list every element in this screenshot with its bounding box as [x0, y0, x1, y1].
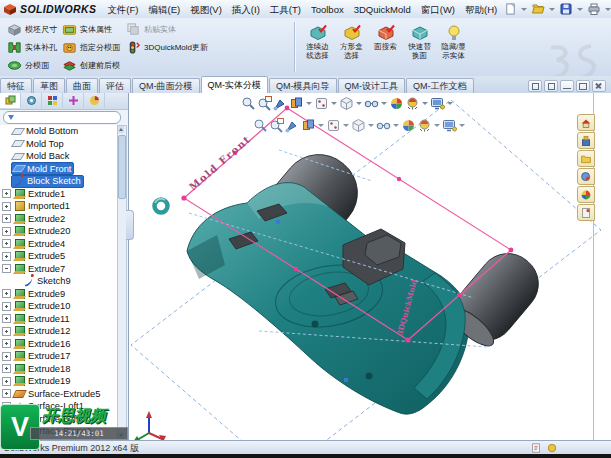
property-manager-tab[interactable]: [21, 93, 42, 108]
tree-item-mold-front[interactable]: Mold Front: [0, 163, 119, 176]
expand-icon[interactable]: [2, 239, 11, 248]
solid-properties-button[interactable]: 实体属性: [59, 20, 123, 38]
expand-icon[interactable]: [2, 389, 11, 398]
tree-item-surface-extrude5[interactable]: Surface-Extrude5: [0, 388, 119, 401]
file-explorer-button[interactable]: [577, 150, 595, 167]
menu-toolbox[interactable]: Toolbox: [306, 1, 349, 18]
scene-caret-icon[interactable]: [434, 124, 440, 127]
search-palette-button[interactable]: [577, 168, 595, 185]
tab-surfaces[interactable]: 曲面: [66, 78, 98, 93]
camera-icon[interactable]: [442, 118, 457, 133]
save-icon[interactable]: [559, 2, 573, 16]
tab-qm-work-documents[interactable]: QM-工作文档: [406, 78, 474, 93]
pages-caret-icon[interactable]: [318, 124, 324, 127]
scene-icon[interactable]: [417, 118, 432, 133]
scroll-up-icon[interactable]: [118, 126, 124, 133]
expand-icon[interactable]: [2, 202, 11, 211]
tree-item-mold-back[interactable]: Mold Back: [0, 150, 119, 163]
print-icon[interactable]: [587, 2, 601, 16]
scene-caret-icon[interactable]: [422, 102, 428, 105]
open-caret-icon[interactable]: [549, 8, 555, 11]
panel-splitter-grip[interactable]: [126, 210, 134, 240]
view-orientation-caret-icon[interactable]: [331, 102, 337, 105]
new-document-icon[interactable]: [504, 2, 517, 16]
camera-caret-icon[interactable]: [459, 124, 465, 127]
tree-item-extrude11[interactable]: Extrude11: [0, 313, 119, 326]
spyglass-icon[interactable]: [273, 96, 288, 111]
scene-icon[interactable]: [405, 96, 420, 111]
display-style-icon[interactable]: [351, 118, 366, 133]
zoom-fit-icon[interactable]: [241, 96, 256, 111]
tree-item-extrude18[interactable]: Extrude18: [0, 363, 119, 376]
status-tag-icon[interactable]: [547, 443, 557, 453]
tab-qm-solid-split[interactable]: QM-实体分模: [201, 76, 269, 93]
tree-item-mold-top[interactable]: Mold Top: [0, 138, 119, 151]
tab-qm-design-tools[interactable]: QM-设计工具: [338, 78, 406, 93]
tree-item-extrude19[interactable]: Extrude19: [0, 375, 119, 388]
menu-3dquickmold[interactable]: 3DQuickMold: [349, 1, 416, 18]
print-caret-icon[interactable]: [605, 8, 611, 11]
face-search-button[interactable]: 面搜索: [369, 21, 402, 75]
tree-item-mold-bottom[interactable]: Mold Bottom: [0, 125, 119, 138]
expand-icon[interactable]: [2, 252, 11, 261]
solid-fill-hole-button[interactable]: 实体补孔: [4, 38, 59, 56]
sketch-vertex-point[interactable]: [344, 378, 348, 382]
view-orientation-caret-icon[interactable]: [343, 124, 349, 127]
expand-icon[interactable]: [2, 189, 11, 198]
pages-icon[interactable]: [301, 118, 316, 133]
custom-properties-button[interactable]: [577, 204, 595, 221]
scrollbar-thumb[interactable]: [118, 135, 126, 199]
menu-tools[interactable]: 工具(T): [265, 1, 306, 18]
display-style-caret-icon[interactable]: [356, 102, 362, 105]
expand-icon[interactable]: [2, 364, 11, 373]
tree-item-block-sketch[interactable]: Block Sketch: [0, 175, 119, 188]
tab-qm-surface-split[interactable]: QM-曲面分模: [132, 78, 200, 93]
appearances-pane-button[interactable]: [577, 186, 595, 203]
zoom-fit-icon[interactable]: [253, 118, 268, 133]
tree-item-sketch9[interactable]: Sketch9: [0, 275, 119, 288]
tree-item-extrude5[interactable]: Extrude5: [0, 250, 119, 263]
tree-item-extrude9[interactable]: Extrude9: [0, 288, 119, 301]
menu-view[interactable]: 视图(V): [185, 1, 227, 18]
camera-caret-icon[interactable]: [447, 102, 453, 105]
display-manager-tab[interactable]: [84, 93, 105, 108]
zoom-area-icon[interactable]: [257, 96, 272, 111]
tab-qm-mold-wizard[interactable]: QM-模具向导: [269, 78, 337, 93]
sketch-vertex-point[interactable]: [276, 220, 280, 224]
resources-home-button[interactable]: [577, 114, 595, 131]
menu-help[interactable]: 帮助(H): [460, 1, 502, 18]
tree-item-extrude7[interactable]: Extrude7: [0, 263, 119, 276]
menu-file[interactable]: 文件(F): [102, 1, 143, 18]
view-orientation-icon[interactable]: [314, 96, 329, 111]
pages-icon[interactable]: [289, 96, 304, 111]
tree-item-extrude12[interactable]: Extrude12: [0, 325, 119, 338]
view-orientation-icon[interactable]: [326, 118, 341, 133]
expand-icon[interactable]: [2, 377, 11, 386]
expand-icon[interactable]: [2, 339, 11, 348]
dimxpert-tab[interactable]: [63, 93, 84, 108]
tree-item-extrude2[interactable]: Extrude2: [0, 213, 119, 226]
parting-surface-button[interactable]: 分模面: [4, 56, 59, 74]
mold-blank-size-button[interactable]: 模坯尺寸: [4, 20, 59, 38]
new-caret-icon[interactable]: [521, 8, 527, 11]
tree-scrollbar[interactable]: [117, 125, 127, 440]
tree-item-extrude10[interactable]: Extrude10: [0, 300, 119, 313]
open-icon[interactable]: [531, 2, 545, 16]
configurations-tab[interactable]: [42, 93, 63, 108]
quick-replace-face-button[interactable]: 快速替 换面: [403, 21, 436, 75]
quickmold-update-button[interactable]: 3DQuickMold更新: [123, 38, 251, 56]
expand-icon[interactable]: [2, 352, 11, 361]
design-tree-tab[interactable]: [0, 93, 21, 108]
hide-show-solid-button[interactable]: 隐藏/显 示实体: [437, 21, 470, 75]
expand-icon[interactable]: [2, 289, 11, 298]
doc-minimize-button[interactable]: [560, 80, 574, 92]
doc-icon[interactable]: [528, 80, 542, 92]
tab-sketch[interactable]: 草图: [33, 78, 65, 93]
create-core-cavity-button[interactable]: 创建前后模: [59, 56, 123, 74]
design-library-button[interactable]: [577, 132, 595, 149]
tree-item-extrude16[interactable]: Extrude16: [0, 338, 119, 351]
expand-icon[interactable]: [2, 314, 11, 323]
paste-solid-button[interactable]: 粘贴实体: [123, 20, 251, 38]
zoom-area-icon[interactable]: [269, 118, 284, 133]
display-style-icon[interactable]: [339, 96, 354, 111]
